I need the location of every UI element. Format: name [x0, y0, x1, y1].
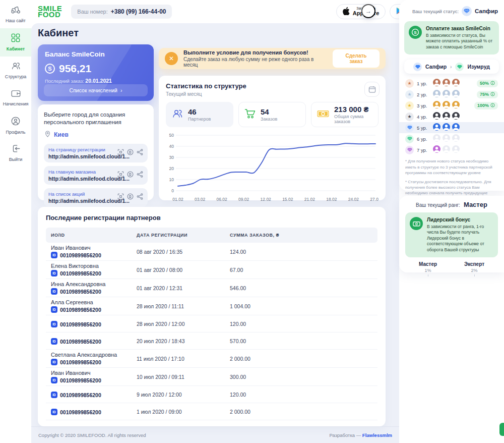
qr-code-icon[interactable]: [117, 148, 124, 157]
share-icon[interactable]: [137, 171, 143, 180]
invite-card: Выберите город для создания персональног…: [38, 104, 154, 200]
invite-link-row[interactable]: На главную магазина http://admin.smilefo…: [44, 166, 148, 185]
table-row[interactable]: ID 00109899856200 9 июл 2020 / 12:00 120…: [46, 386, 377, 403]
partner-avatar: [443, 101, 450, 110]
discount-badge[interactable]: 75%: [477, 91, 498, 98]
structure-level-row[interactable]: ★1 ур.50%: [399, 78, 504, 89]
rank-name: Эксперт: [464, 261, 484, 267]
partner-avatar: [452, 79, 460, 88]
smilecoin-icon: S: [45, 64, 55, 74]
smilefood-logo[interactable]: SMILE FOOD: [38, 6, 62, 18]
id-badge-icon: ID: [51, 252, 57, 258]
accruals-list-button[interactable]: Список начислений ›: [44, 84, 148, 96]
status-transition[interactable]: Сапфир › Изумруд: [404, 60, 499, 74]
gem-icon: [405, 146, 414, 154]
city-selector[interactable]: Киев: [45, 131, 148, 139]
structure-level-row[interactable]: 6 ур.: [399, 133, 504, 144]
qr-code-icon[interactable]: [117, 193, 124, 202]
status-from: Сапфир: [425, 64, 447, 70]
partner-name: Инна Александровна: [51, 281, 137, 287]
table-row[interactable]: ID 00109899856200 20 июл 2020 / 18:43 57…: [46, 333, 377, 350]
sidebar-item-site[interactable]: Наш сайт: [0, 0, 31, 28]
invite-link-label: На главную магазина: [48, 169, 115, 175]
copy-icon[interactable]: [127, 193, 134, 202]
share-icon[interactable]: [137, 193, 143, 202]
last-order-date: 20.01.2021: [85, 78, 112, 84]
banner-title: Выполните условие для получения бонусов!: [183, 49, 326, 56]
partner-avatar: [433, 101, 440, 110]
make-order-button[interactable]: Сделать заказ: [333, 49, 380, 68]
partner-avatar: [443, 123, 450, 133]
partner-avatar: [452, 101, 460, 110]
partner-id: 00109899856200: [60, 270, 101, 276]
pay-card-body: В зависимости от статуса, Вы можете опла…: [426, 33, 494, 50]
orders-amount: 570.00: [230, 338, 372, 344]
orders-amount: 120.00: [230, 392, 372, 398]
registration-date: 01 авг 2020 / 12:31: [137, 285, 230, 291]
calendar-button[interactable]: [364, 82, 380, 97]
chat-floating-button[interactable]: [499, 423, 504, 436]
registration-date: 01 авг 2020 / 08:00: [137, 267, 230, 273]
sidebar-item-label: Кабинет: [7, 47, 25, 52]
table-row[interactable]: Иван Иванович ID 00109899856200 08 авг 2…: [46, 243, 377, 261]
table-row[interactable]: Светлана Александровна ID 00109899856200…: [46, 350, 377, 368]
structure-level-row[interactable]: ★2 ур.75%: [399, 89, 504, 100]
invite-link-row[interactable]: На список акций http://admin.smilefood.c…: [44, 188, 148, 207]
share-icon[interactable]: [137, 148, 143, 157]
copyright-text: Copyright © 2020 SMILEFOOD. All rights r…: [38, 432, 146, 438]
id-badge-icon: ID: [51, 288, 57, 295]
structure-level-row[interactable]: 5 ур.: [399, 122, 504, 133]
balance-card[interactable]: Баланс SmileCoin S 956,21 Последний зака…: [38, 44, 154, 101]
rank-scale: Мастер 1% Эксперт 2%: [405, 261, 498, 276]
discount-badge[interactable]: 100%: [474, 102, 498, 109]
structure-level-row[interactable]: ★4 ур.: [399, 111, 504, 122]
rank-percent: 2%: [464, 268, 484, 273]
rank-label: Ваш текущий ранг:: [416, 202, 460, 208]
registration-date: 11 июл 2020 / 17:10: [137, 356, 230, 362]
table-row[interactable]: Иван Иванович ID 00109899856200 10 июл 2…: [46, 368, 377, 386]
copy-icon[interactable]: [127, 148, 134, 157]
star-icon: ★: [405, 79, 414, 88]
table-row[interactable]: ID 00109899856200 28 июл 2020 / 12:00 12…: [46, 315, 377, 333]
sidebar-item-structure[interactable]: Структура: [0, 57, 31, 84]
copy-icon[interactable]: [127, 171, 134, 180]
table-row[interactable]: Инна Александровна ID 00109899856200 01 …: [46, 279, 377, 297]
discount-badge[interactable]: 50%: [477, 80, 498, 87]
table-row[interactable]: Алла Сергеевна ID 00109899856200 28 июл …: [46, 297, 377, 315]
structure-level-row[interactable]: 7 ур.: [399, 144, 504, 155]
page-title: Кабинет: [38, 27, 79, 39]
id-badge-icon: ID: [51, 359, 57, 365]
table-row[interactable]: Елена Викторовна ID 00109899856200 01 ав…: [46, 261, 377, 279]
scale-tick: [428, 274, 428, 276]
smilecoin-green-icon: S: [409, 26, 422, 39]
info-icon: [490, 103, 495, 108]
orders-amount: 300.00: [230, 374, 372, 380]
star-icon: ★: [405, 113, 414, 121]
collapse-panel-button[interactable]: →: [361, 4, 375, 18]
svg-text:01.02: 01.02: [172, 197, 183, 202]
invite-prompt: Выберите город для создания персональног…: [44, 111, 148, 126]
id-badge-icon: ID: [51, 377, 57, 383]
emerald-gem-icon: [455, 63, 464, 71]
sidebar-item-label: Профиль: [6, 130, 26, 135]
sidebar-item-cabinet[interactable]: Кабинет: [0, 28, 31, 57]
sidebar-item-logout[interactable]: Выйти: [0, 139, 31, 167]
partner-id: 00109899856200: [60, 392, 101, 398]
structure-level-row[interactable]: ★3 ур.100%: [399, 100, 504, 111]
gem-icon: [405, 124, 414, 132]
leader-bonus-card: Лидерский бонус В зависимости от ранга, …: [405, 212, 498, 257]
developer-link[interactable]: Flawlessmlm: [362, 432, 392, 438]
table-header-cell: ИО/ID: [51, 233, 137, 238]
table-row[interactable]: ID 00109899856200 1 июл 2020 / 09:00 2 0…: [46, 403, 377, 420]
partner-name: Иван Иванович: [51, 370, 137, 376]
orders-amount: 124.00: [230, 249, 372, 255]
sapphire-gem-icon: [462, 6, 472, 16]
invite-link-row[interactable]: На страницу регистрации http://admin.smi…: [44, 144, 148, 162]
sidebar-item-profile[interactable]: Профиль: [0, 112, 31, 140]
qr-code-icon[interactable]: [117, 171, 124, 180]
level-label: 2 ур.: [417, 92, 430, 97]
stat-value: 213 000 ₴: [334, 105, 373, 114]
registration-date: 1 июл 2020 / 09:00: [137, 409, 230, 415]
sidebar-item-accruals[interactable]: Начисления: [0, 84, 31, 112]
sidebar: Наш сайтКабинетСтруктураНачисленияПрофил…: [0, 0, 31, 443]
